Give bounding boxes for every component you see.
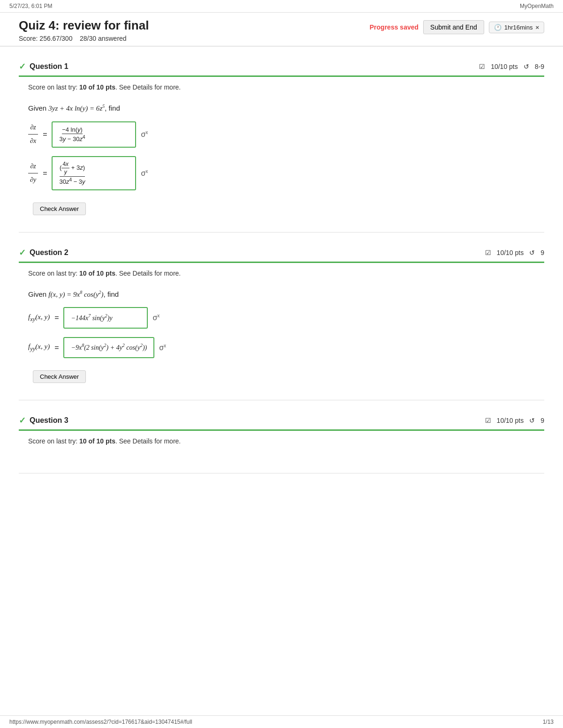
question-1-math: Given 3yz + 4x ln(y) = 6z5, find ∂z ∂x =… [19, 98, 544, 223]
header-left: Quiz 4: review for final Score: 256.67/3… [19, 18, 149, 42]
score-label: Score: [19, 35, 38, 42]
submit-end-button[interactable]: Submit and End [423, 20, 484, 34]
score-value: 256.67/300 [39, 35, 72, 42]
retry-icon: ↺ [524, 63, 529, 70]
header-right: Progress saved Submit and End 🕐 1hr16min… [370, 18, 544, 34]
question-2-pts: 10/10 pts [497, 249, 524, 256]
browser-site: MyOpenMath [520, 3, 554, 9]
question-3-math [19, 451, 544, 464]
formula-icon-2[interactable]: σx [141, 167, 148, 180]
clock-icon: 🕐 [494, 24, 502, 31]
retry-icon-3: ↺ [529, 417, 535, 424]
question-3-meta: ☑ 10/10 pts ↺ 9 [485, 417, 544, 424]
main-content: ✓ Question 1 ☑ 10/10 pts ↺ 8-9 Score on … [0, 58, 563, 492]
check-answer-button-2[interactable]: Check Answer [33, 370, 86, 383]
fxy-label: fxy(x, y) [28, 311, 50, 324]
question-3-pts: 10/10 pts [497, 417, 524, 424]
footer-url: https://www.myopenmath.com/assess2/?cid=… [9, 719, 192, 725]
question-1-pts: 10/10 pts [491, 63, 518, 70]
question-3-check-icon: ✓ [19, 415, 26, 426]
answer-box-zy[interactable]: ( 4x y + 3z) 30z4 − 3y [52, 156, 136, 190]
question-2-attempts: 9 [540, 249, 544, 256]
footer-page: 1/13 [543, 719, 554, 725]
checklist-icon-3: ☑ [485, 417, 491, 424]
answer-box-fxy[interactable]: −144x7 sin(y2)y [63, 307, 148, 328]
question-1-label: Question 1 [30, 62, 68, 71]
question-2-given: Given f(x, y) = 9x8 cos(y2), find [28, 288, 535, 301]
formula-icon-3[interactable]: σx [152, 311, 160, 324]
question-2-answer-2-row: fyy(x, y) = −9x8(2 sin(y2) + 4y2 cos(y2)… [28, 337, 535, 358]
question-3-attempts: 9 [540, 417, 544, 424]
question-2-header: ✓ Question 2 ☑ 10/10 pts ↺ 9 [19, 244, 544, 263]
question-3-header: ✓ Question 3 ☑ 10/10 pts ↺ 9 [19, 412, 544, 431]
partial-deriv-zy: ∂z ∂y [28, 161, 38, 186]
question-2-block: ✓ Question 2 ☑ 10/10 pts ↺ 9 Score on la… [19, 244, 544, 400]
question-2-check-icon: ✓ [19, 248, 26, 258]
partial-deriv-zx: ∂z ∂x [28, 122, 38, 147]
question-2-label: Question 2 [30, 248, 68, 257]
browser-datetime: 5/27/23, 6:01 PM [9, 3, 52, 9]
retry-icon-2: ↺ [529, 249, 535, 256]
answered-count: 28/30 answered [80, 35, 127, 42]
question-1-answer-1-row: ∂z ∂x = −4 ln(y) 3y − 30z4 σx [28, 121, 535, 148]
question-1-check-icon: ✓ [19, 61, 26, 72]
checklist-icon-2: ☑ [485, 249, 491, 256]
progress-saved-label: Progress saved [370, 23, 418, 31]
formula-icon-1[interactable]: σx [141, 128, 148, 141]
question-3-score-line: Score on last try: 10 of 10 pts. See Det… [19, 431, 544, 451]
question-3-block: ✓ Question 3 ☑ 10/10 pts ↺ 9 Score on la… [19, 412, 544, 473]
answer-box-zx[interactable]: −4 ln(y) 3y − 30z4 [52, 121, 136, 148]
timer-close-button[interactable]: × [535, 24, 539, 31]
check-answer-button-1[interactable]: Check Answer [33, 203, 86, 215]
question-1-attempts: 8-9 [535, 63, 544, 70]
page-header: Quiz 4: review for final Score: 256.67/3… [0, 13, 563, 46]
question-2-answer-1-row: fxy(x, y) = −144x7 sin(y2)y σx [28, 307, 535, 328]
question-2-meta: ☑ 10/10 pts ↺ 9 [485, 249, 544, 256]
question-1-score-line: Score on last try: 10 of 10 pts. See Det… [19, 77, 544, 98]
timer-value: 1hr16mins [504, 24, 533, 31]
question-2-math: Given f(x, y) = 9x8 cos(y2), find fxy(x,… [19, 284, 544, 390]
browser-bar: 5/27/23, 6:01 PM MyOpenMath [0, 0, 563, 13]
question-1-given: Given 3yz + 4x ln(y) = 6z5, find [28, 102, 535, 115]
question-1-answer-2-row: ∂z ∂y = ( 4x y + 3z) 30z4 − 3y [28, 156, 535, 190]
fyy-label: fyy(x, y) [28, 341, 50, 354]
question-2-score-line: Score on last try: 10 of 10 pts. See Det… [19, 263, 544, 284]
question-1-title: ✓ Question 1 [19, 61, 68, 72]
answer-box-fyy[interactable]: −9x8(2 sin(y2) + 4y2 cos(y2)) [63, 337, 154, 358]
question-3-label: Question 3 [30, 416, 68, 425]
question-3-title: ✓ Question 3 [19, 415, 68, 426]
timer-badge: 🕐 1hr16mins × [489, 22, 544, 33]
question-2-title: ✓ Question 2 [19, 248, 68, 258]
question-1-block: ✓ Question 1 ☑ 10/10 pts ↺ 8-9 Score on … [19, 58, 544, 233]
question-1-meta: ☑ 10/10 pts ↺ 8-9 [479, 63, 544, 70]
page-title: Quiz 4: review for final [19, 18, 149, 33]
checklist-icon: ☑ [479, 63, 485, 70]
question-1-header: ✓ Question 1 ☑ 10/10 pts ↺ 8-9 [19, 58, 544, 77]
score-info: Score: 256.67/300 28/30 answered [19, 35, 149, 42]
page-footer: https://www.myopenmath.com/assess2/?cid=… [0, 715, 563, 728]
formula-icon-4[interactable]: σx [159, 341, 166, 354]
